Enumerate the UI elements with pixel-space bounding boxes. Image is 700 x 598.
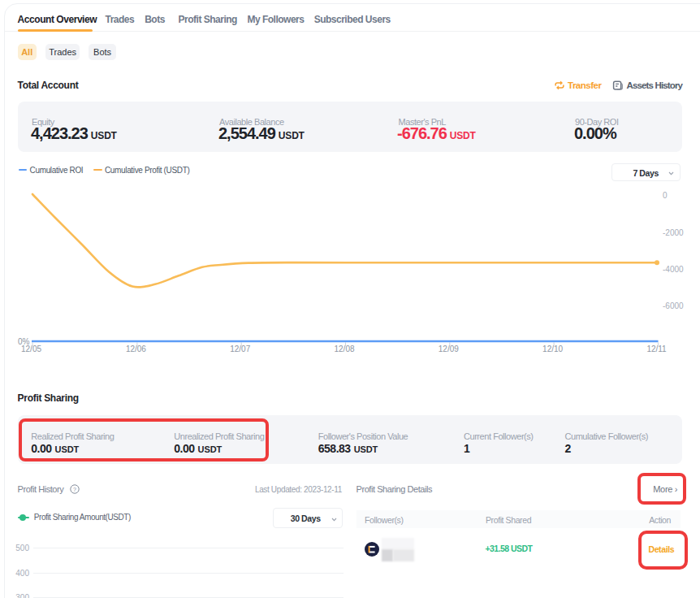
svg-text:?: ? <box>73 486 76 492</box>
